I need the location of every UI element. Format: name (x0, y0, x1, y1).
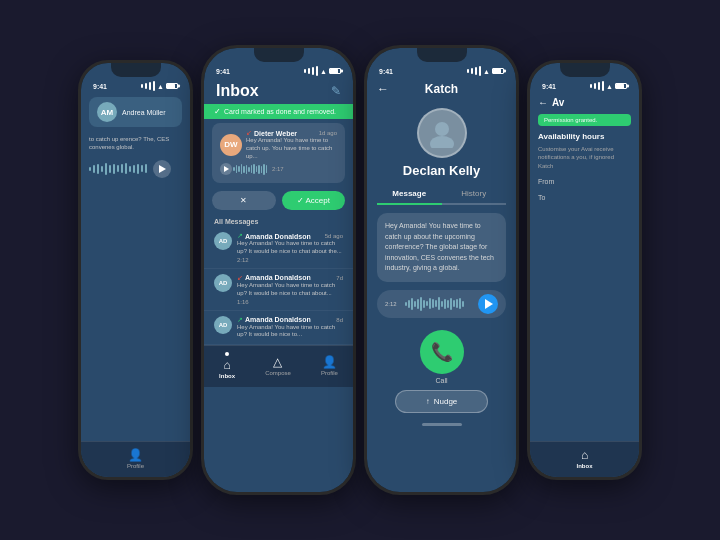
wv (256, 166, 258, 172)
wv (243, 166, 245, 173)
call-button[interactable]: 📞 (420, 330, 464, 374)
phone-4-screen: 9:41 ▲ ← Av Permission granted. (530, 63, 639, 477)
availability-title: Av (552, 97, 564, 108)
phone-3-header: ← Katch (367, 78, 516, 100)
phone-2-status-bar: 9:41 ▲ (204, 62, 353, 78)
wv-bar (89, 167, 91, 171)
wv-bar (109, 165, 111, 173)
edit-icon[interactable]: ✎ (331, 84, 341, 98)
wv-bar (145, 164, 147, 173)
message-bubble: Hey Amanda! You have time to catch up ab… (377, 213, 506, 282)
wv (238, 166, 240, 172)
tab-message[interactable]: Message (377, 184, 442, 205)
signal-3 (312, 67, 314, 75)
nav-inbox-4[interactable]: ⌂ Inbox (577, 448, 593, 469)
phone-2-time: 9:41 (216, 68, 230, 75)
list-text-2: Hey Amanda! You have time to catch up? I… (237, 282, 343, 298)
list-name-row-3: ↗ Amanda Donaldson 8d (237, 316, 343, 324)
signal-3 (149, 82, 151, 90)
primary-message-card[interactable]: DW ↙ Dieter Weber 1d ago Hey Amanda! You… (212, 123, 345, 183)
permission-text: Permission granted. (544, 117, 597, 123)
nav-profile-label: Profile (127, 463, 144, 469)
wifi-icon-3: ▲ (483, 68, 490, 75)
list-avatar: AD (214, 232, 232, 250)
dieter-avatar: DW (220, 134, 242, 156)
back-button[interactable]: ← (377, 82, 389, 96)
call-section: 📞 Call (367, 330, 516, 384)
tab-history[interactable]: History (442, 184, 507, 203)
availability-header: ← Av (538, 97, 631, 108)
list-item-3[interactable]: AD ↗ Amanda Donaldson 8d Hey Amanda! You… (204, 311, 353, 346)
phone-3-screen: 9:41 ▲ ← Katch (367, 48, 516, 492)
wv-bar (97, 164, 99, 174)
accept-button[interactable]: ✓ Accept (282, 191, 346, 210)
back-button-4[interactable]: ← (538, 97, 548, 108)
nav-inbox[interactable]: ⌂ Inbox (219, 352, 235, 379)
aw (456, 299, 458, 308)
phone-4: 9:41 ▲ ← Av Permission granted. (527, 60, 642, 480)
tab-history-label: History (461, 189, 486, 198)
play-icon (159, 165, 166, 173)
wv-bar (137, 164, 139, 174)
tabs-row: Message History (377, 184, 506, 205)
wifi-icon: ▲ (157, 83, 164, 90)
list-name-row-2: ↙ Amanda Donaldson 7d (237, 274, 343, 282)
aw (408, 300, 410, 308)
wv-bar (133, 165, 135, 173)
action-buttons: ✕ ✓ Accept (212, 191, 345, 210)
phone-4-content: ← Av Permission granted. Availability ho… (530, 93, 639, 441)
accept-label: ✓ Accept (297, 196, 330, 205)
phone-2-notch (254, 48, 304, 62)
list-item[interactable]: AD ↗ Amanda Donaldson 5d ago Hey Amanda!… (204, 227, 353, 269)
svg-point-1 (430, 136, 454, 148)
phone-1-message-text: to catch up erence? The, CES convenes gl… (89, 135, 182, 152)
aw (411, 298, 413, 310)
msg-waveform: 2:17 (220, 163, 337, 175)
phone-4-notch (560, 63, 610, 77)
home-indicator (422, 423, 462, 426)
list-duration-2: 1:16 (237, 299, 343, 305)
nav-compose[interactable]: △ Compose (265, 355, 291, 376)
availability-description: Customise your Avai receive notification… (538, 145, 631, 170)
from-label: From (538, 178, 631, 185)
phone-1-notch (111, 63, 161, 77)
battery-icon (329, 68, 341, 74)
nav-item-profile[interactable]: 👤 Profile (127, 448, 144, 469)
phone-1-play-button[interactable] (153, 160, 171, 178)
katch-title: Katch (425, 82, 458, 96)
nav-profile[interactable]: 👤 Profile (321, 355, 338, 376)
message-content: Hey Amanda! You have time to catch up ab… (385, 222, 494, 271)
list-item[interactable]: AD ↙ Amanda Donaldson 7d Hey Amanda! You… (204, 269, 353, 311)
wifi-icon: ▲ (320, 68, 327, 75)
aw (435, 300, 437, 307)
aw (450, 298, 452, 310)
mini-play-button[interactable] (220, 163, 232, 175)
wv-bar (113, 164, 115, 174)
nav-inbox-label-4: Inbox (577, 463, 593, 469)
phone-3: 9:41 ▲ ← Katch (364, 45, 519, 495)
nav-inbox-label: Inbox (219, 373, 235, 379)
compose-icon: △ (273, 355, 282, 369)
audio-play-button[interactable] (478, 294, 498, 314)
signal-2 (145, 83, 147, 89)
list-sender: Amanda Donaldson (245, 233, 311, 240)
aw (459, 298, 461, 309)
battery-3 (492, 68, 504, 74)
x-icon: ✕ (240, 196, 247, 205)
phone-1-status-icons: ▲ (141, 81, 178, 91)
signal-1 (590, 84, 592, 88)
to-label: To (538, 194, 631, 201)
nudge-button[interactable]: ↑ Nudge (395, 390, 489, 413)
contact-avatar: AM (97, 102, 117, 122)
wv (251, 165, 253, 173)
list-text-3: Hey Amanda! You have time to catch up? I… (237, 324, 343, 340)
wv-bar (101, 166, 103, 172)
inbox-title: Inbox (216, 82, 259, 100)
msg-preview: Hey Amanda! You have time to catch up. Y… (246, 137, 337, 160)
aw (432, 299, 434, 308)
all-messages-label: All Messages (204, 214, 353, 227)
phone-3-time: 9:41 (379, 68, 393, 75)
decline-button[interactable]: ✕ (212, 191, 276, 210)
message-list: AD ↗ Amanda Donaldson 5d ago Hey Amanda!… (204, 227, 353, 345)
wv (236, 165, 238, 173)
